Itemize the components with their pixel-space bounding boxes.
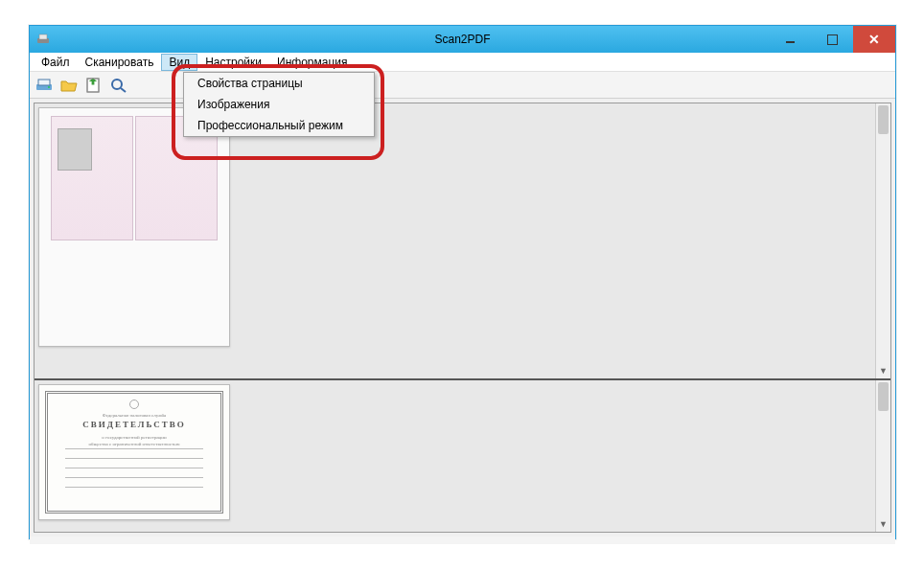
scroll-thumb[interactable] — [878, 105, 889, 134]
title-bar: Scan2PDF ✕ — [30, 26, 895, 53]
zoom-icon[interactable] — [108, 75, 129, 96]
menu-item-images[interactable]: Изображения — [184, 94, 374, 115]
svg-rect-1 — [39, 34, 47, 39]
lower-scrollbar[interactable]: ▲ ▼ — [875, 380, 890, 532]
menu-info[interactable]: Информация — [269, 54, 355, 71]
certificate-field — [65, 463, 203, 468]
maximize-button[interactable] — [811, 26, 853, 53]
certificate-border: Федеральная налоговая служба СВИДЕТЕЛЬСТ… — [45, 391, 223, 514]
upper-pane: ▲ ▼ — [35, 103, 890, 378]
scroll-down-icon[interactable]: ▼ — [876, 363, 890, 378]
lower-pane: Федеральная налоговая служба СВИДЕТЕЛЬСТ… — [35, 378, 890, 532]
scroll-thumb[interactable] — [878, 382, 889, 411]
status-bar — [30, 537, 895, 544]
content-area: ▲ ▼ Федеральная налоговая служба СВИДЕТЕ… — [34, 103, 891, 533]
app-window: Scan2PDF ✕ Файл Сканировать Вид Настройк… — [29, 25, 896, 539]
certificate-field — [65, 472, 203, 478]
passport-photo — [58, 128, 92, 171]
menu-scan[interactable]: Сканировать — [78, 54, 162, 71]
menu-bar: Файл Сканировать Вид Настройки Информаци… — [30, 53, 895, 72]
certificate-title: СВИДЕТЕЛЬСТВО — [82, 420, 186, 429]
thumbnail-column-upper — [35, 103, 236, 378]
upper-scrollbar[interactable]: ▲ ▼ — [875, 103, 890, 378]
certificate-line — [65, 448, 203, 449]
passport-left-page — [51, 116, 133, 240]
view-dropdown-menu: Свойства страницы Изображения Профессион… — [183, 72, 375, 137]
certificate-sub1: о государственной регистрации — [102, 435, 166, 440]
thumbnail-column-lower: Федеральная налоговая служба СВИДЕТЕЛЬСТ… — [35, 380, 236, 532]
scroll-down-icon[interactable]: ▼ — [876, 516, 890, 532]
menu-item-pro-mode[interactable]: Профессиональный режим — [184, 115, 374, 136]
certificate-org: Федеральная налоговая служба — [103, 413, 167, 418]
window-controls: ✕ — [769, 26, 895, 53]
app-icon — [35, 32, 51, 47]
svg-rect-3 — [38, 80, 50, 85]
svg-line-8 — [121, 88, 126, 92]
save-icon[interactable] — [83, 75, 104, 96]
toolbar — [30, 72, 895, 99]
certificate-sub2: общества с ограниченной ответственностью — [89, 442, 180, 446]
upper-main-view: ▲ ▼ — [236, 103, 890, 378]
svg-point-4 — [48, 86, 50, 88]
menu-settings[interactable]: Настройки — [197, 54, 269, 71]
scanner-icon[interactable] — [34, 75, 55, 96]
menu-item-page-properties[interactable]: Свойства страницы — [184, 73, 374, 94]
thumbnail-certificate[interactable]: Федеральная налоговая служба СВИДЕТЕЛЬСТ… — [38, 384, 230, 520]
menu-view[interactable]: Вид — [161, 54, 197, 71]
window-title: Scan2PDF — [30, 33, 895, 46]
certificate-field — [65, 482, 203, 488]
minimize-button[interactable] — [769, 26, 811, 53]
open-folder-icon[interactable] — [58, 75, 80, 96]
menu-file[interactable]: Файл — [34, 54, 78, 71]
lower-main-view: ▲ ▼ — [236, 380, 890, 532]
certificate-emblem-icon — [129, 400, 139, 409]
certificate-field — [65, 453, 203, 459]
svg-point-7 — [112, 80, 122, 89]
thumbnail-passport[interactable] — [38, 107, 230, 347]
close-button[interactable]: ✕ — [853, 26, 895, 53]
